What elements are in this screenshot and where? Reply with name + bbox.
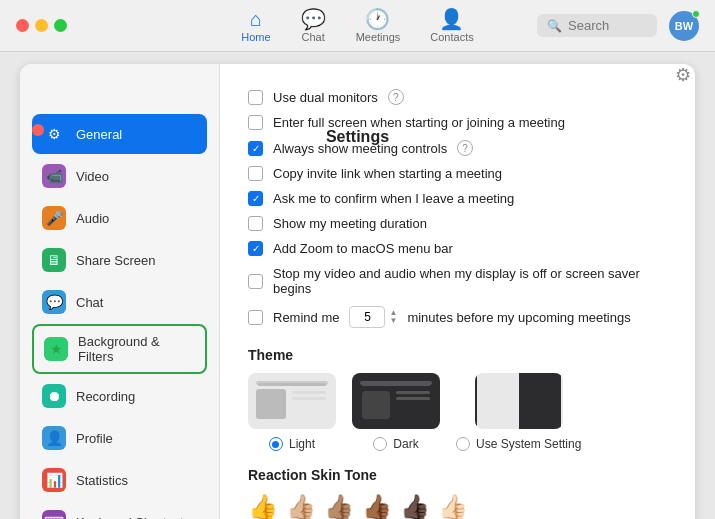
label-dual-monitors: Use dual monitors	[273, 90, 378, 105]
checkbox-remind-me[interactable]	[248, 310, 263, 325]
minutes-field[interactable]	[349, 306, 385, 328]
checkbox-copy-invite[interactable]	[248, 166, 263, 181]
label-copy-invite: Copy invite link when starting a meeting	[273, 166, 502, 181]
audio-icon: 🎤	[42, 206, 66, 230]
nav-home-label: Home	[241, 31, 270, 43]
help-dual-monitors[interactable]: ?	[388, 89, 404, 105]
theme-preview-dark	[352, 373, 440, 429]
spin-down[interactable]: ▼	[389, 317, 397, 325]
label-stop-video: Stop my video and audio when my display …	[273, 266, 667, 296]
theme-option-light[interactable]: Light	[248, 373, 336, 451]
nav-contacts[interactable]: 👤 Contacts	[430, 9, 473, 43]
search-icon: 🔍	[547, 19, 562, 33]
chat-icon: 💬	[301, 9, 326, 29]
sidebar-item-video[interactable]: 📹 Video	[32, 156, 207, 196]
theme-option-dark[interactable]: Dark	[352, 373, 440, 451]
nav-bar: ⌂ Home 💬 Chat 🕐 Meetings 👤 Contacts	[241, 9, 473, 43]
label-show-duration: Show my meeting duration	[273, 216, 427, 231]
avatar[interactable]: BW	[669, 11, 699, 41]
skin-emoji-4[interactable]: 👍🏿	[400, 493, 430, 519]
skin-tones: 👍 👍🏼 👍🏽 👍🏾 👍🏿 👍🏻	[248, 493, 667, 519]
share-icon: 🖥	[42, 248, 66, 272]
panel-close-button[interactable]	[32, 124, 44, 136]
checkbox-show-controls[interactable]: ✓	[248, 141, 263, 156]
main-area: ⚙ Settings ⚙ General 📹 Video 🎤 Audio 🖥 S…	[0, 52, 715, 519]
settings-panel: Settings ⚙ General 📹 Video 🎤 Audio 🖥 Sha…	[20, 64, 695, 519]
theme-dark-text: Dark	[393, 437, 418, 451]
settings-content: Use dual monitors ? Enter full screen wh…	[220, 64, 695, 519]
sidebar-item-share-screen[interactable]: 🖥 Share Screen	[32, 240, 207, 280]
checkbox-full-screen[interactable]	[248, 115, 263, 130]
setting-add-zoom: ✓ Add Zoom to macOS menu bar	[248, 236, 667, 261]
setting-confirm-leave: ✓ Ask me to confirm when I leave a meeti…	[248, 186, 667, 211]
sidebar-label-statistics: Statistics	[76, 473, 128, 488]
sidebar-label-video: Video	[76, 169, 109, 184]
search-box[interactable]: 🔍	[537, 14, 657, 37]
theme-section-title: Theme	[248, 347, 667, 363]
help-show-controls[interactable]: ?	[457, 140, 473, 156]
recording-icon: ⏺	[42, 384, 66, 408]
theme-label-system: Use System Setting	[456, 437, 581, 451]
sidebar-item-keyboard-shortcuts[interactable]: ⌨ Keyboard Shortcuts	[32, 502, 207, 519]
radio-system[interactable]	[456, 437, 470, 451]
sidebar-item-profile[interactable]: 👤 Profile	[32, 418, 207, 458]
nav-contacts-label: Contacts	[430, 31, 473, 43]
sidebar-item-audio[interactable]: 🎤 Audio	[32, 198, 207, 238]
checkbox-stop-video[interactable]	[248, 274, 263, 289]
nav-meetings-label: Meetings	[356, 31, 401, 43]
maximize-button[interactable]	[54, 19, 67, 32]
sidebar-item-background-filters[interactable]: ★ Background & Filters	[32, 324, 207, 374]
skin-emoji-5[interactable]: 👍🏻	[438, 493, 468, 519]
label-full-screen: Enter full screen when starting or joini…	[273, 115, 565, 130]
contacts-icon: 👤	[439, 9, 464, 29]
sidebar-label-general: General	[76, 127, 122, 142]
checkbox-show-duration[interactable]	[248, 216, 263, 231]
skin-emoji-0[interactable]: 👍	[248, 493, 278, 519]
sidebar-label-chat: Chat	[76, 295, 103, 310]
settings-title: Settings	[326, 114, 389, 160]
setting-dual-monitors: Use dual monitors ?	[248, 84, 667, 110]
nav-home[interactable]: ⌂ Home	[241, 9, 270, 43]
titlebar-right: 🔍 BW	[537, 11, 699, 41]
sidebar-item-general[interactable]: ⚙ General	[32, 114, 207, 154]
theme-preview-light	[248, 373, 336, 429]
skin-emoji-1[interactable]: 👍🏼	[286, 493, 316, 519]
sidebar-item-recording[interactable]: ⏺ Recording	[32, 376, 207, 416]
setting-copy-invite: Copy invite link when starting a meeting	[248, 161, 667, 186]
sidebar-label-profile: Profile	[76, 431, 113, 446]
profile-icon: 👤	[42, 426, 66, 450]
sidebar-label-share: Share Screen	[76, 253, 156, 268]
sidebar-label-bg: Background & Filters	[78, 334, 195, 364]
nav-meetings[interactable]: 🕐 Meetings	[356, 9, 401, 43]
home-icon: ⌂	[250, 9, 262, 29]
keyboard-icon: ⌨	[42, 510, 66, 519]
label-remind-before: Remind me	[273, 310, 339, 325]
setting-show-duration: Show my meeting duration	[248, 211, 667, 236]
sidebar-item-chat[interactable]: 💬 Chat	[32, 282, 207, 322]
checkbox-dual-monitors[interactable]	[248, 90, 263, 105]
minimize-button[interactable]	[35, 19, 48, 32]
theme-preview-system	[475, 373, 563, 429]
skin-tone-section-title: Reaction Skin Tone	[248, 467, 667, 483]
close-button[interactable]	[16, 19, 29, 32]
gear-icon[interactable]: ⚙	[675, 64, 691, 86]
skin-emoji-3[interactable]: 👍🏾	[362, 493, 392, 519]
video-icon: 📹	[42, 164, 66, 188]
nav-chat[interactable]: 💬 Chat	[301, 9, 326, 43]
label-confirm-leave: Ask me to confirm when I leave a meeting	[273, 191, 514, 206]
theme-label-light: Light	[269, 437, 315, 451]
sidebar-item-statistics[interactable]: 📊 Statistics	[32, 460, 207, 500]
sidebar: ⚙ General 📹 Video 🎤 Audio 🖥 Share Screen…	[20, 64, 220, 519]
checkbox-add-zoom[interactable]: ✓	[248, 241, 263, 256]
theme-option-system[interactable]: Use System Setting	[456, 373, 581, 451]
sidebar-label-recording: Recording	[76, 389, 135, 404]
sidebar-label-audio: Audio	[76, 211, 109, 226]
theme-options: Light Dark	[248, 373, 667, 451]
search-input[interactable]	[568, 18, 648, 33]
checkbox-confirm-leave[interactable]: ✓	[248, 191, 263, 206]
radio-light[interactable]	[269, 437, 283, 451]
skin-emoji-2[interactable]: 👍🏽	[324, 493, 354, 519]
statistics-icon: 📊	[42, 468, 66, 492]
radio-dark[interactable]	[373, 437, 387, 451]
setting-full-screen: Enter full screen when starting or joini…	[248, 110, 667, 135]
